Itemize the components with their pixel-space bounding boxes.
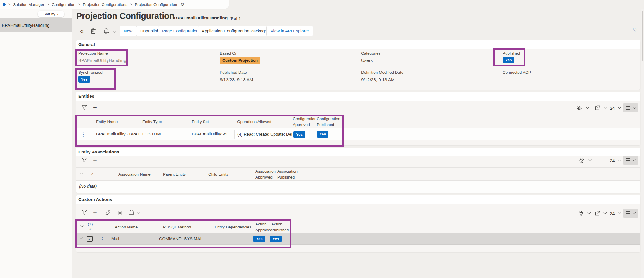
breadcrumb-item-solution-manager[interactable]: Solution Manager [13,2,44,7]
export-chevron-icon[interactable] [603,211,607,214]
sidebar-item-label: BPAEmailUtilityHandling [2,23,49,28]
column-header-entity-name: Entity Name [96,119,118,125]
column-header-child-entity: Child Entity [208,171,228,177]
add-row-icon[interactable]: + [93,105,97,111]
row-menu-kebab-icon[interactable]: ⋮ [100,236,105,242]
action-published-badge: Yes [270,236,282,242]
edit-pencil-icon[interactable] [105,210,111,215]
list-view-chevron-icon [633,105,636,109]
sidebar-item-bpaemailutilityhandling[interactable]: BPAEmailUtilityHandling [0,18,72,32]
filter-icon[interactable] [82,105,87,110]
list-view-button[interactable] [623,156,638,165]
general-section-header: General [76,40,640,49]
collapse-sidebar-icon[interactable]: « [80,26,84,36]
section-title: General [78,42,95,47]
notifications-bell-icon[interactable] [104,28,109,34]
column-header-entity-dependencies: Entity Dependencies [215,224,251,230]
add-row-icon[interactable]: + [93,210,97,215]
column-header-action-published: Action Published [271,221,292,233]
list-view-icon [626,158,630,162]
delete-icon[interactable] [118,210,123,215]
column-header-association-published: Association Published [277,169,303,180]
section-title: Custom Actions [78,197,112,202]
notifications-bell-icon[interactable] [129,210,134,215]
column-header-parent-entity: Parent Entity [163,171,186,177]
list-view-button[interactable] [623,103,638,112]
sort-by-button[interactable]: Sort by ▾ [38,11,64,17]
entities-section-header: Entities [76,92,640,101]
configuration-published-badge: Yes [317,131,328,138]
breadcrumb-item-projection-configurations[interactable]: Projection Configurations [83,2,127,7]
delete-icon[interactable] [91,28,96,34]
section-title: Entity Associations [78,149,119,154]
entity-associations-section: Entity Associations + 24 ✓ Association N… [76,148,640,193]
breadcrumb-separator: > [78,2,80,6]
column-header-entity-set: Entity Set [192,119,209,125]
entities-table-row[interactable]: ⋮ BPAEmailUtility - BPA Ema CUSTOM BPAEm… [76,128,640,140]
bell-dropdown-chevron-icon[interactable] [113,29,116,32]
entities-section: Entities + 24 Entity Name Entity Type En… [76,92,640,145]
refresh-icon[interactable]: ⟳ [181,2,185,7]
application-configuration-package-button[interactable]: Application Configuration Package [198,26,276,36]
favorite-heart-icon[interactable]: ♡ [633,27,638,33]
page-size-dropdown[interactable]: 24 [610,211,615,216]
sort-by-label: Sort by [43,12,55,16]
filter-icon[interactable] [82,158,87,163]
chevron-down-icon: ▾ [57,13,59,16]
custom-actions-section-header: Custom Actions [76,195,640,204]
settings-gear-icon[interactable] [579,158,584,163]
selected-count: (1) [88,221,93,227]
row-checkbox-checked[interactable]: ✓ [87,236,93,242]
published-label: Published [503,51,520,55]
select-all-check-icon[interactable]: ✓ [89,227,92,231]
expand-all-chevron-icon[interactable] [80,171,83,174]
entities-table-header: Entity Name Entity Type Entity Set Opera… [76,115,640,128]
select-all-check-icon[interactable]: ✓ [91,171,94,176]
cell-operations-allowed[interactable]: (4) Read; Create; Update; Delete [234,130,291,139]
custom-actions-table-row-selected[interactable]: ✓ ⋮ Mail COMMAND_SYS.MAIL Yes Yes [76,233,640,245]
cell-entity-name: BPAEmailUtility - BPA Ema [96,132,141,136]
record-selector[interactable]: BPAEmailUtilityHandling ▼ [174,15,234,21]
expand-row-chevron-icon[interactable] [80,236,83,239]
page-size-chevron-icon[interactable] [618,158,621,161]
page-size-dropdown[interactable]: 24 [610,158,615,163]
page-title: Projection Configuration [76,11,174,21]
page-size-chevron-icon[interactable] [618,105,621,109]
page-size-chevron-icon[interactable] [618,211,621,214]
definition-modified-date-label: Definition Modified Date [361,70,403,75]
list-view-button[interactable] [623,209,638,218]
list-view-icon [626,211,630,215]
export-icon[interactable] [595,105,600,110]
definition-modified-date-value: 9/12/23, 9:13 AM [361,77,394,82]
vertical-scrollbar-thumb[interactable] [642,11,643,61]
record-list-sidebar: Sort by ▾ BPAEmailUtilityHandling [0,9,72,278]
custom-actions-section: Custom Actions + 24 [76,195,640,252]
column-header-configuration-published: Configuration Published [317,116,344,128]
bell-dropdown-chevron-icon[interactable] [137,210,140,213]
view-in-api-explorer-button[interactable]: View in API Explorer [266,26,313,36]
entity-associations-section-header: Entity Associations [76,148,640,156]
column-header-configuration-approved: Configuration Approved [293,116,320,128]
no-data-text: (No data) [79,184,97,189]
page-size-dropdown[interactable]: 24 [610,106,615,111]
settings-chevron-icon[interactable] [587,211,591,214]
add-row-icon[interactable]: + [93,157,97,163]
settings-gear-icon[interactable] [577,105,582,111]
cell-entity-set: BPAEmailUtilitySet [192,132,227,136]
row-menu-kebab-icon[interactable]: ⋮ [81,131,86,138]
settings-chevron-icon[interactable] [588,158,592,161]
new-button[interactable]: New [120,26,136,36]
breadcrumb-item-configuration[interactable]: Configuration [52,2,75,7]
app-dot-icon[interactable] [3,3,6,6]
export-chevron-icon[interactable] [603,105,607,109]
breadcrumb-item-projection-configuration[interactable]: Projection Configuration [135,2,177,7]
cell-configuration-approved[interactable]: Yes [292,130,309,139]
cell-action-name: Mail [111,236,119,241]
cell-entity-type: CUSTOM [142,132,161,136]
filter-icon[interactable] [82,210,87,215]
settings-chevron-icon[interactable] [586,105,589,109]
entity-associations-empty-row: (No data) [76,181,640,193]
expand-all-chevron-icon[interactable] [80,224,83,227]
settings-gear-icon[interactable] [578,211,584,216]
export-icon[interactable] [595,211,600,216]
